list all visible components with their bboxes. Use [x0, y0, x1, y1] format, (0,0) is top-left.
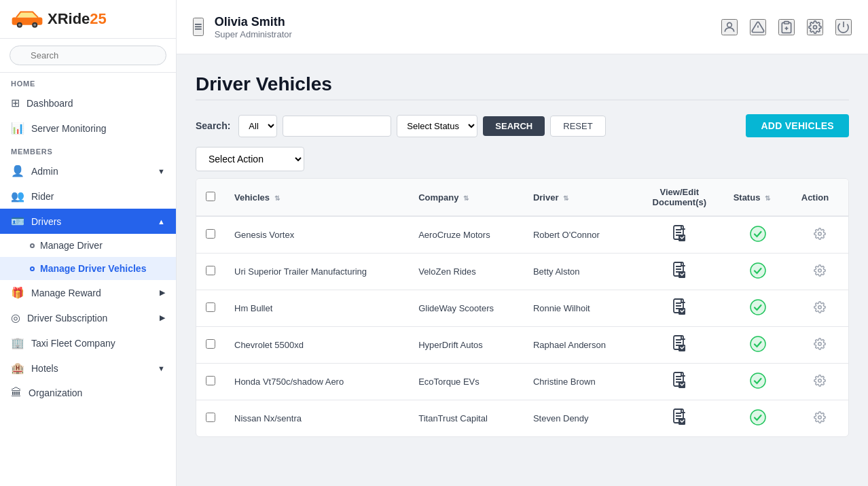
power-button[interactable] [835, 19, 852, 35]
status-active-icon [750, 299, 766, 315]
row-gear-button[interactable] [814, 411, 826, 423]
sidebar-item-label: Taxi Fleet Company [31, 338, 115, 349]
driver-cell: Steven Dendy [524, 400, 635, 437]
vehicle-name: Honda Vt750c/shadow Aero [234, 377, 344, 387]
view-doc-button[interactable] [672, 262, 687, 279]
sidebar-item-label: Hotels [31, 363, 58, 374]
svg-point-32 [818, 343, 822, 346]
doc-cell [635, 216, 724, 254]
row-checkbox[interactable] [206, 413, 215, 422]
sidebar-sub-item-manage-driver[interactable]: Manage Driver [0, 234, 176, 257]
row-gear-button[interactable] [814, 338, 826, 350]
driver-cell: Betty Alston [524, 254, 635, 290]
row-checkbox[interactable] [206, 266, 215, 275]
header-user-info: Olivia Smith Super Administrator [215, 15, 721, 39]
power-icon [837, 20, 850, 34]
action-cell [792, 290, 848, 327]
row-checkbox[interactable] [206, 376, 215, 385]
status-cell [724, 364, 792, 400]
doc-cell [635, 364, 724, 400]
clipboard-icon [780, 20, 793, 34]
row-gear-button[interactable] [814, 301, 826, 313]
reset-button[interactable]: RESET [550, 116, 605, 137]
sort-status-icon[interactable]: ⇅ [765, 194, 770, 202]
sidebar-item-rider[interactable]: 👥 Rider [0, 184, 176, 209]
row-checkbox[interactable] [206, 229, 215, 239]
status-cell [724, 254, 792, 290]
view-doc-button[interactable] [672, 225, 687, 243]
status-active-icon [750, 336, 766, 352]
sidebar-item-admin[interactable]: 👤 Admin ▼ [0, 158, 176, 184]
status-cell [724, 290, 792, 327]
company-cell: TitanTrust Capital [409, 400, 524, 437]
view-doc-button[interactable] [672, 372, 687, 389]
sidebar-item-hotels[interactable]: 🏨 Hotels ▼ [0, 355, 176, 381]
select-all-checkbox[interactable] [206, 192, 215, 201]
vehicle-name: Hm Bullet [234, 303, 272, 313]
sort-driver-icon[interactable]: ⇅ [563, 194, 568, 202]
row-gear-button[interactable] [814, 228, 826, 240]
org-icon: 🏛 [11, 387, 22, 399]
status-select[interactable]: Select Status Active Inactive [397, 115, 477, 137]
driver-name: Christine Brown [533, 377, 596, 387]
svg-point-37 [818, 379, 822, 383]
status-cell [724, 216, 792, 254]
driver-name: Robert O'Connor [533, 230, 600, 240]
chevron-down-icon: ▶ [160, 288, 165, 297]
circle-icon: ◎ [11, 311, 20, 324]
header-icon-group [721, 19, 852, 35]
header-user-name: Olivia Smith [215, 15, 721, 29]
row-gear-button[interactable] [814, 264, 826, 277]
gift-icon: 🎁 [11, 286, 24, 299]
svg-point-11 [814, 25, 817, 29]
header-checkbox-col [196, 179, 225, 216]
add-vehicles-button[interactable]: ADD VEHICLES [746, 114, 849, 137]
vehicles-table: Vehicles ⇅ Company ⇅ Driver ⇅ View/EditD… [196, 179, 848, 436]
row-checkbox[interactable] [206, 339, 215, 349]
svg-point-3 [18, 24, 21, 27]
logo-text: XRide25 [48, 10, 107, 28]
vehicle-name-cell: Honda Vt750c/shadow Aero [225, 364, 409, 400]
sort-company-icon[interactable]: ⇅ [463, 194, 469, 202]
view-doc-button[interactable] [672, 409, 687, 426]
company-name: HyperDrift Autos [418, 340, 483, 350]
table-row: Chevrolet 5500xd HyperDrift Autos Raphae… [196, 327, 848, 364]
sidebar-item-driver-subscription[interactable]: ◎ Driver Subscription ▶ [0, 305, 176, 330]
row-gear-button[interactable] [814, 375, 826, 387]
row-checkbox[interactable] [206, 302, 215, 312]
action-cell [792, 216, 848, 254]
table-row: Hm Bullet GlideWay Scooters Ronnie Wilho… [196, 290, 848, 327]
search-field-select[interactable]: All [238, 115, 277, 137]
sidebar-item-organization[interactable]: 🏛 Organization [0, 381, 176, 405]
doc-cell [635, 254, 724, 290]
sidebar-sub-item-manage-driver-vehicles[interactable]: Manage Driver Vehicles [0, 257, 176, 280]
user-profile-button[interactable] [721, 19, 738, 35]
view-doc-button[interactable] [672, 298, 687, 316]
search-text-input[interactable] [283, 116, 391, 137]
logo: XRide25 [0, 0, 176, 39]
sidebar-item-drivers[interactable]: 🪪 Drivers ▲ [0, 209, 176, 234]
alert-button[interactable] [750, 19, 766, 35]
sidebar-item-dashboard[interactable]: ⊞ Dashboard [0, 90, 176, 116]
doc-cell [635, 327, 724, 364]
action-select[interactable]: Select Action Delete Selected Active Sel… [196, 147, 304, 171]
settings-button[interactable] [807, 19, 823, 35]
driver-cell: Ronnie Wilhoit [524, 290, 635, 327]
view-doc-button[interactable] [672, 335, 687, 353]
sidebar-sub-label: Manage Driver [40, 240, 103, 251]
table-row: Honda Vt750c/shadow Aero EcoTorque EVs C… [196, 364, 848, 400]
sort-vehicles-icon[interactable]: ⇅ [274, 194, 280, 202]
status-active-icon [750, 262, 766, 279]
sidebar-item-manage-reward[interactable]: 🎁 Manage Reward ▶ [0, 280, 176, 305]
company-name: TitanTrust Capital [418, 413, 488, 423]
svg-point-4 [33, 24, 36, 27]
sidebar-item-server-monitoring[interactable]: 📊 Server Monitoring [0, 116, 176, 141]
vehicle-name: Uri Superior Trailer Manufacturing [234, 266, 367, 277]
header-vehicles: Vehicles ⇅ [225, 179, 409, 216]
sidebar-item-taxi-fleet[interactable]: 🏢 Taxi Fleet Company [0, 330, 176, 355]
clipboard-button[interactable] [778, 19, 795, 35]
search-input[interactable] [10, 46, 166, 65]
search-button[interactable]: SEARCH [483, 116, 545, 136]
sidebar-item-label: Admin [31, 166, 58, 177]
menu-toggle-button[interactable]: ≡ [193, 18, 204, 36]
